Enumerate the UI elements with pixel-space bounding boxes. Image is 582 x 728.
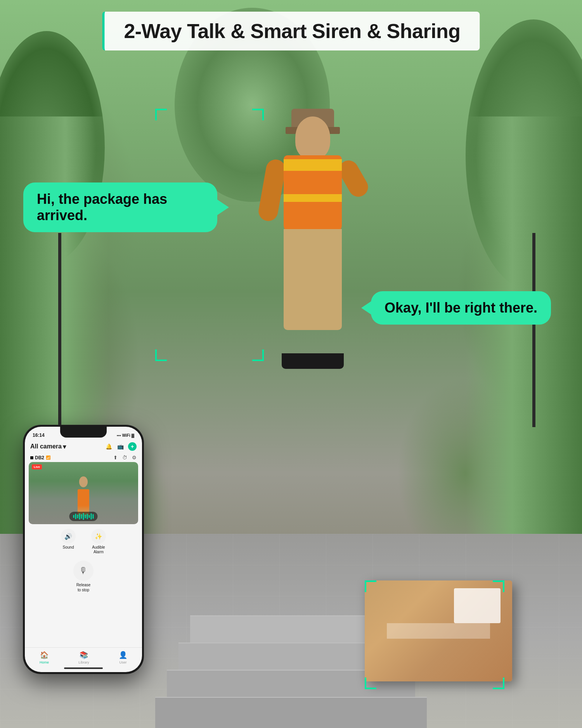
- person-vest-stripe-1: [284, 159, 342, 171]
- waveform-bar-11: [93, 514, 94, 519]
- person-detection-box: [155, 109, 264, 361]
- phone-header-title: All camera ▾: [30, 443, 66, 450]
- page-title: 2-Way Talk & Smart Siren & Sharing: [124, 20, 460, 42]
- alarm-icon: ✨: [91, 529, 106, 544]
- home-nav-icon: 🏠: [40, 651, 48, 659]
- camera-indicator: [30, 456, 33, 459]
- waveform-bar-3: [77, 514, 78, 518]
- phone-body: 16:14 ▪▪▪ WiFi ▓ All camera ▾ 🔔: [23, 425, 144, 674]
- sound-label: Sound: [63, 545, 74, 550]
- delivery-person: [258, 116, 367, 369]
- library-nav-icon: 📚: [80, 651, 88, 659]
- corner-bottom-left: [155, 349, 167, 361]
- waveform-bar-8: [87, 514, 88, 519]
- pkg-corner-bottom-right: [493, 678, 504, 689]
- phone-camera-row: DB2 📶 ⬆ ⏱ ⚙: [25, 453, 142, 462]
- alarm-control[interactable]: ✨ AudibleAlarm: [91, 529, 106, 554]
- user-nav-icon: 👤: [119, 651, 127, 659]
- camera-action-icons: ⬆ ⏱ ⚙: [113, 455, 137, 460]
- waveform-bar-10: [91, 513, 92, 520]
- speech-bubble-2: Okay, I'll be right there.: [371, 291, 551, 325]
- railing-right: [532, 233, 535, 427]
- waveform-bar-2: [75, 514, 76, 519]
- phone-notch: [60, 427, 107, 438]
- nav-library[interactable]: 📚 Library: [78, 651, 89, 664]
- video-person-head: [79, 476, 88, 487]
- monitor-button[interactable]: 📺: [116, 443, 124, 450]
- speech-bubble-2-text: Okay, I'll be right there.: [385, 300, 537, 316]
- phone-app-header: All camera ▾ 🔔 📺 +: [25, 441, 142, 453]
- speech-bubble-1-text: Hi, the package has arrived.: [37, 191, 167, 223]
- pkg-corner-bottom-left: [365, 678, 376, 689]
- corner-top-left: [155, 109, 167, 120]
- package-detection-box: [365, 580, 504, 689]
- corner-bottom-right: [252, 349, 264, 361]
- clock-icon[interactable]: ⏱: [122, 455, 127, 460]
- camera-name-text: DB2: [35, 455, 44, 460]
- speech-bubble-1: Hi, the package has arrived.: [23, 182, 217, 232]
- home-nav-label: Home: [40, 660, 49, 664]
- camera-wifi-icon: 📶: [46, 455, 50, 460]
- waveform-bar-5: [81, 514, 82, 519]
- stair-4: [190, 615, 392, 643]
- waveform-bar-7: [85, 514, 86, 518]
- signal-icon: ▪▪▪: [117, 433, 121, 438]
- pkg-corner-top-right: [493, 580, 504, 592]
- alarm-label: AudibleAlarm: [92, 545, 105, 554]
- phone-video-feed: Live: [29, 462, 138, 524]
- waveform-bar-9: [89, 515, 90, 518]
- user-nav-label: User: [119, 660, 126, 664]
- sound-icon: 🔊: [61, 529, 76, 544]
- home-indicator: [64, 667, 103, 669]
- phone-mockup: 16:14 ▪▪▪ WiFi ▓ All camera ▾ 🔔: [23, 425, 144, 674]
- railing-left: [58, 233, 61, 427]
- camera-title-text: All camera: [30, 443, 62, 450]
- waveform-bar-1: [73, 515, 74, 518]
- person-head: [295, 116, 330, 159]
- mic-button[interactable]: 🎙: [73, 561, 94, 581]
- nav-user[interactable]: 👤 User: [119, 651, 127, 664]
- share-icon[interactable]: ⬆: [113, 455, 118, 460]
- page-container: 2-Way Talk & Smart Siren & Sharing Hi, t…: [0, 0, 582, 728]
- nav-home[interactable]: 🏠 Home: [40, 651, 49, 664]
- camera-name: DB2 📶: [30, 455, 50, 460]
- person-vest-stripe-2: [284, 194, 342, 202]
- person-legs: [284, 229, 342, 330]
- release-to-stop-text: Releaseto stop: [76, 583, 91, 592]
- library-nav-label: Library: [78, 660, 89, 664]
- pkg-corner-top-left: [365, 580, 376, 592]
- wifi-icon: WiFi: [122, 433, 130, 438]
- phone-header-icons: 🔔 📺 +: [105, 442, 137, 451]
- waveform-bar-4: [79, 513, 80, 520]
- mic-label: Releaseto stop: [76, 582, 91, 592]
- add-camera-button[interactable]: +: [128, 442, 137, 451]
- live-badge: Live: [32, 464, 42, 469]
- phone-screen: 16:14 ▪▪▪ WiFi ▓ All camera ▾ 🔔: [25, 427, 142, 672]
- dropdown-chevron[interactable]: ▾: [63, 443, 66, 450]
- mic-section: 🎙 Releaseto stop: [25, 558, 142, 594]
- waveform-bar-6: [83, 513, 84, 520]
- title-bar: 2-Way Talk & Smart Siren & Sharing: [102, 12, 480, 50]
- corner-top-right: [252, 109, 264, 120]
- settings-icon[interactable]: ⚙: [132, 455, 137, 460]
- sound-control[interactable]: 🔊 Sound: [61, 529, 76, 554]
- phone-controls-row: 🔊 Sound ✨ AudibleAlarm: [25, 524, 142, 558]
- stair-1: [155, 697, 427, 728]
- person-shoes: [282, 353, 344, 369]
- bell-button[interactable]: 🔔: [105, 443, 113, 450]
- add-icon: +: [131, 443, 134, 450]
- battery-icon: ▓: [132, 433, 134, 438]
- phone-status-icons: ▪▪▪ WiFi ▓: [117, 433, 134, 438]
- phone-time: 16:14: [33, 433, 45, 438]
- audio-waveform: [69, 512, 98, 521]
